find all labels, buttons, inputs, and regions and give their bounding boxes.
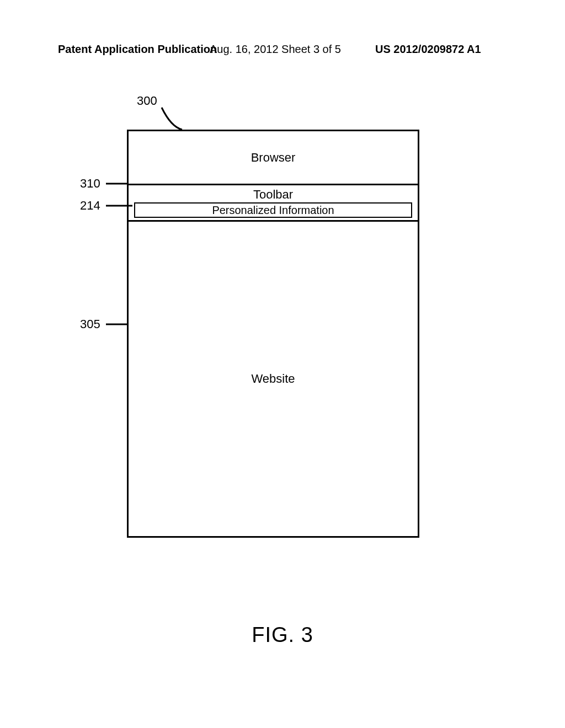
publication-number: US 2012/0209872 A1 [375,43,481,56]
patent-figure-page: Patent Application Publication Aug. 16, … [0,0,565,728]
ref-305: 305 [80,317,100,331]
ref-310: 310 [80,176,100,191]
ref-214: 214 [80,199,100,213]
ref-300: 300 [137,94,157,108]
publication-type: Patent Application Publication [58,43,217,56]
browser-label: Browser [251,151,296,165]
date-and-sheet: Aug. 16, 2012 Sheet 3 of 5 [210,43,341,56]
browser-section: Browser [129,131,418,185]
toolbar-label: Toolbar [129,185,418,202]
personalized-info-box: Personalized Information [134,202,412,218]
website-label: Website [251,372,295,386]
figure-caption: FIG. 3 [0,623,565,647]
website-section: Website [129,222,418,536]
personalized-label: Personalized Information [212,204,334,217]
toolbar-section: Toolbar Personalized Information [129,185,418,222]
browser-window-diagram: Browser Toolbar Personalized Information… [127,130,419,538]
